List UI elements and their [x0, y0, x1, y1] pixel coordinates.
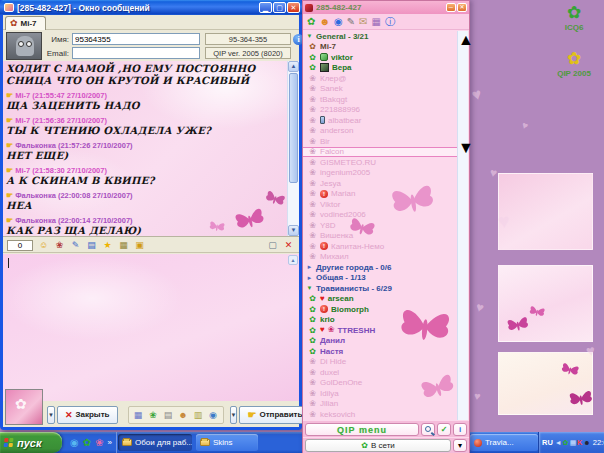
- contact-row[interactable]: ❀!Капитан-Немо: [303, 241, 457, 252]
- contact-row[interactable]: ❀Jesya: [303, 178, 457, 189]
- history-scrollbar[interactable]: ▲ ▼: [287, 61, 299, 236]
- contact-row[interactable]: ❀!Marian: [303, 189, 457, 200]
- contact-icon[interactable]: ☻: [177, 408, 190, 422]
- footer-picture[interactable]: ✿: [5, 389, 43, 425]
- message-input[interactable]: ▲: [3, 254, 299, 401]
- scroll-up-icon[interactable]: ▲: [288, 61, 299, 72]
- contact-row[interactable]: ✿Настя: [303, 346, 457, 357]
- keyboard-icon[interactable]: ▤: [162, 408, 175, 422]
- desktop-icon-icq[interactable]: ✿ICQ6: [548, 4, 600, 32]
- contact-row[interactable]: ❀Jilian: [303, 399, 457, 410]
- message-window-titlebar[interactable]: [285-482-427] - Окно сообщений ▁ ▢ ✕: [0, 0, 302, 15]
- contact-group-header[interactable]: ►Другие города - 0/6: [303, 262, 457, 273]
- close-button[interactable]: ✕: [287, 2, 300, 13]
- qip-flower-icon[interactable]: ✿: [83, 437, 91, 449]
- desktop-icon-qip[interactable]: ✿QIP 2005: [548, 50, 600, 78]
- minimize-button[interactable]: ▁: [259, 2, 272, 13]
- name-field[interactable]: [72, 33, 200, 45]
- users-icon[interactable]: ☻: [319, 15, 330, 29]
- desktop-thumbnail-3[interactable]: [498, 352, 593, 415]
- contact-row[interactable]: ✿krio: [303, 315, 457, 326]
- contact-row[interactable]: ❀GISMETEO.RU: [303, 157, 457, 168]
- message-history[interactable]: ХОДИТ С МАМОЙ ,НО ЕМУ ПОСТОЯННО СНИЦА ЧТ…: [3, 61, 299, 237]
- start-button[interactable]: пуск: [0, 432, 62, 453]
- contact-row[interactable]: ❀221888996: [303, 105, 457, 116]
- star-icon[interactable]: ★: [101, 239, 114, 251]
- kaspersky-icon[interactable]: K: [577, 439, 582, 447]
- network-icon[interactable]: ▦: [570, 439, 577, 447]
- contact-row[interactable]: ❀duxel: [303, 367, 457, 378]
- media-icon[interactable]: ❀: [95, 437, 103, 449]
- contact-group-header[interactable]: ▼General - 3/21: [303, 31, 457, 42]
- contact-row[interactable]: ✿viktor: [303, 52, 457, 63]
- smiley-icon[interactable]: ☺: [37, 239, 50, 251]
- contact-row[interactable]: ❀Idilya: [303, 388, 457, 399]
- tab-mi-7[interactable]: ✿ Mi-7: [5, 16, 46, 30]
- cl-scroll-up-icon[interactable]: ▲: [458, 31, 468, 49]
- contact-row[interactable]: ❀Di Hide: [303, 357, 457, 368]
- desktop-thumbnail-1[interactable]: [498, 173, 593, 250]
- pencil-icon[interactable]: ✎: [347, 15, 355, 29]
- contact-row[interactable]: ❀Y8D: [303, 220, 457, 231]
- contact-row[interactable]: ❀Михаил: [303, 252, 457, 263]
- grid-icon[interactable]: ▦: [132, 408, 145, 422]
- mouse-icon[interactable]: ☻: [583, 439, 590, 447]
- contact-row[interactable]: ❀vodined2006: [303, 210, 457, 221]
- info-icon[interactable]: ⓘ: [385, 15, 395, 29]
- file-icon[interactable]: ▤: [85, 239, 98, 251]
- scroll-down-icon[interactable]: ▼: [288, 225, 299, 236]
- status-button[interactable]: ✿В сети: [305, 439, 451, 452]
- language-indicator[interactable]: RU: [542, 438, 553, 447]
- contact-row[interactable]: ❀Sanek: [303, 84, 457, 95]
- contact-list-scrollbar[interactable]: ▲ ▼: [457, 31, 468, 420]
- contact-list[interactable]: ▼General - 3/21✿Mi-7✿viktor✿Вера❀Клер@❀S…: [303, 31, 457, 420]
- contact-list-titlebar[interactable]: 285-482-427 ─ ✕: [303, 1, 469, 14]
- cl-info-button[interactable]: i: [453, 423, 467, 436]
- contact-row[interactable]: ✿♥arsean: [303, 294, 457, 305]
- search-button[interactable]: [421, 423, 435, 436]
- contact-group-header[interactable]: ►Общая - 1/13: [303, 273, 457, 284]
- close-chat-button[interactable]: ✕ Закрыть: [57, 406, 118, 424]
- status-options-button[interactable]: ▾: [453, 439, 467, 452]
- contact-row[interactable]: ❀Falcon: [303, 147, 457, 158]
- mail-icon[interactable]: ✉: [359, 15, 367, 29]
- cl-close-button[interactable]: ✕: [457, 3, 467, 12]
- ie-icon[interactable]: ◉: [70, 437, 79, 449]
- contact-row[interactable]: ❀Bir: [303, 136, 457, 147]
- quicklaunch-overflow[interactable]: »: [108, 437, 112, 449]
- cl-minimize-button[interactable]: ─: [446, 3, 456, 12]
- contact-row[interactable]: ❀ingenium2005: [303, 168, 457, 179]
- email-field[interactable]: [72, 47, 200, 59]
- contact-row[interactable]: ❀Клер@: [303, 73, 457, 84]
- contact-group-header[interactable]: ▼Травианисты - 6/29: [303, 283, 457, 294]
- lock-icon[interactable]: ▣: [133, 239, 146, 251]
- note-icon[interactable]: ▥: [192, 408, 205, 422]
- quote-icon[interactable]: ✎: [69, 239, 82, 251]
- card-icon[interactable]: ▦: [117, 239, 130, 251]
- contact-row[interactable]: ❀tBakqgt: [303, 94, 457, 105]
- qip-flower-icon[interactable]: ✿: [307, 15, 315, 29]
- contact-row[interactable]: ❀Вишенка: [303, 231, 457, 242]
- contact-row[interactable]: ❀albatbear: [303, 115, 457, 126]
- close-options-dropdown[interactable]: ▼: [47, 406, 55, 424]
- prev-icon[interactable]: ◄: [555, 439, 562, 447]
- contact-row[interactable]: ✿Mi-7: [303, 42, 457, 53]
- contact-row[interactable]: ❀anderson: [303, 126, 457, 137]
- maximize-button[interactable]: ▢: [273, 2, 286, 13]
- contact-row[interactable]: ✿Вера: [303, 63, 457, 74]
- close-chat-icon[interactable]: ✕: [282, 239, 295, 251]
- contact-row[interactable]: ✿Данил: [303, 336, 457, 347]
- online-filter-button[interactable]: ✓: [437, 423, 451, 436]
- qip-menu-button[interactable]: QIP menu: [305, 423, 419, 436]
- photo-icon[interactable]: ▦: [371, 15, 380, 29]
- contact-row[interactable]: ✿♥❀TTRESHH: [303, 325, 457, 336]
- task-button[interactable]: Skins: [196, 434, 258, 451]
- send-options-dropdown[interactable]: ▼: [230, 406, 238, 424]
- contact-row[interactable]: ❀GolDenOne: [303, 378, 457, 389]
- send-button[interactable]: ☛ Отправить: [239, 406, 310, 424]
- contact-row[interactable]: ❀Kostik: [303, 420, 457, 421]
- globe-icon[interactable]: ◉: [334, 15, 343, 29]
- task-button[interactable]: Travia...: [470, 434, 538, 451]
- uin-box[interactable]: 95-364-355: [205, 33, 291, 45]
- input-scroll-up-icon[interactable]: ▲: [288, 255, 298, 265]
